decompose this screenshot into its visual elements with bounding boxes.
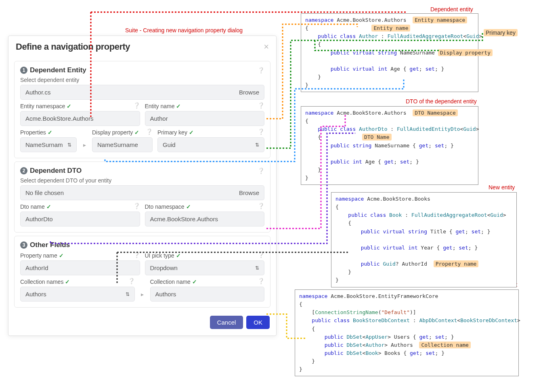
browse-button[interactable]: Browse: [239, 89, 259, 96]
section-1-title-text: Dependent Entity: [30, 66, 86, 74]
dto-name-input[interactable]: AuthorDto: [20, 212, 140, 226]
collection-name-input[interactable]: Authors: [150, 287, 265, 302]
hl-collection-name: Collection name: [419, 342, 470, 348]
check-icon: ✓: [176, 252, 181, 259]
property-name-input[interactable]: AuthorId: [20, 260, 140, 275]
entity-namespace-label: Entity namespace ✓: [20, 103, 71, 109]
hl-dto-name: DTO Name: [362, 134, 392, 140]
help-icon[interactable]: ❔: [258, 67, 264, 73]
section-3-title: 3 Other Fields: [20, 241, 70, 249]
check-icon: ✓: [186, 203, 191, 210]
help-icon[interactable]: ❔: [258, 278, 264, 284]
step-3-badge: 3: [20, 241, 27, 249]
help-icon[interactable]: ❔: [133, 102, 140, 109]
hl-entity-namespace: Entity namespace: [413, 17, 467, 23]
dependent-dto-file-value: No file chosen: [25, 189, 64, 196]
help-icon[interactable]: ❔: [258, 252, 264, 258]
ok-button[interactable]: OK: [246, 316, 270, 329]
help-icon[interactable]: ❔: [258, 128, 264, 135]
ui-pick-type-label: UI pick type ✓: [145, 252, 181, 259]
help-icon[interactable]: ❔: [128, 278, 135, 284]
code-book-entity: namespace Acme.BookStore.Books { public …: [331, 192, 517, 287]
annotation-dependent-entity: Dependent entity: [430, 6, 473, 13]
entity-namespace-input[interactable]: Acme.BookStore.Authors: [20, 111, 140, 126]
primary-key-select[interactable]: Guid⇅: [157, 137, 264, 152]
help-icon[interactable]: ❔: [258, 102, 264, 109]
property-name-label: Property name ✓: [20, 252, 64, 259]
check-icon: ✓: [48, 129, 52, 136]
primary-key-label: Primary key ✓: [157, 129, 194, 136]
code-dbcontext: namespace Acme.BookStore.EntityFramework…: [295, 289, 519, 376]
check-icon: ✓: [46, 203, 51, 210]
dependent-entity-file-input[interactable]: Author.cs Browse: [20, 85, 264, 100]
check-icon: ✓: [65, 279, 70, 285]
entity-name-label: Entity name ✓: [145, 103, 181, 109]
dialog-footer: Cancel OK: [8, 311, 276, 335]
hl-dto-namespace: DTO Namespace: [413, 109, 458, 116]
help-icon[interactable]: ❔: [146, 128, 153, 135]
help-icon[interactable]: ❔: [133, 252, 140, 258]
ui-pick-type-select[interactable]: Dropdown⇅: [145, 260, 265, 275]
check-icon: ✓: [192, 279, 197, 285]
help-icon[interactable]: ❔: [258, 168, 264, 174]
check-icon: ✓: [134, 129, 139, 136]
code-author-dto: namespace Acme.BookStore.Authors DTO Nam…: [301, 106, 478, 185]
sort-icon: ⇅: [255, 265, 259, 271]
check-icon: ✓: [59, 252, 64, 259]
step-2-badge: 2: [20, 167, 27, 174]
section-dependent-dto: 2 Dependent DTO ❔ Select dependent DTO o…: [14, 161, 270, 233]
annotation-new-entity: New entity: [488, 184, 515, 191]
navigation-property-dialog: Define a navigation property × 1 Depende…: [8, 36, 277, 336]
section-1-title: 1 Dependent Entity: [20, 66, 86, 74]
arrow-right-icon: ▸: [140, 291, 145, 302]
sort-icon: ⇅: [67, 142, 71, 148]
check-icon: ✓: [67, 103, 71, 109]
arrow-right-icon: ▸: [82, 142, 87, 152]
section-2-title: 2 Dependent DTO: [20, 167, 82, 175]
hl-entity-name: Entity name: [371, 25, 410, 31]
collection-names-label: Collection names ✓: [20, 279, 70, 285]
hl-property-name: Property name: [434, 260, 479, 267]
section-2-title-text: Dependent DTO: [30, 167, 82, 175]
dependent-entity-file-value: Author.cs: [25, 89, 51, 96]
dto-name-label: Dto name ✓: [20, 203, 51, 210]
collection-names-select[interactable]: Authors⇅: [20, 287, 135, 302]
browse-button[interactable]: Browse: [239, 189, 259, 196]
section-other-fields: 3 Other Fields Property name ✓❔ AuthorId…: [14, 236, 270, 308]
cancel-button[interactable]: Cancel: [210, 316, 243, 329]
hl-primary-key: Primary key: [484, 29, 518, 36]
check-icon: ✓: [176, 103, 181, 109]
display-property-input[interactable]: NameSurname: [92, 137, 153, 152]
code-author-entity: namespace Acme.BookStore.Authors Entity …: [301, 13, 478, 92]
sort-icon: ⇅: [126, 291, 130, 297]
annotation-dialog-caption: Suite - Creating new navigation property…: [125, 27, 243, 34]
entity-name-input[interactable]: Author: [145, 111, 265, 126]
properties-label: Properties ✓: [20, 129, 52, 136]
display-property-label: Display property ✓: [92, 129, 139, 136]
select-dependent-entity-label: Select dependent entity: [20, 77, 264, 83]
dto-namespace-input[interactable]: Acme.BookStore.Authors: [145, 212, 265, 226]
dependent-dto-file-input[interactable]: No file chosen Browse: [20, 185, 264, 200]
sort-icon: ⇅: [255, 142, 259, 148]
select-dependent-dto-label: Select dependent DTO of your entity: [20, 177, 264, 184]
hl-display-property: Display property: [438, 49, 493, 56]
check-icon: ✓: [189, 129, 194, 136]
collection-name-label: Collection name ✓: [150, 279, 197, 285]
dialog-header: Define a navigation property ×: [8, 36, 276, 58]
dialog-title: Define a navigation property: [16, 42, 130, 52]
close-icon[interactable]: ×: [264, 42, 269, 52]
properties-select[interactable]: NameSurnam⇅: [20, 137, 77, 152]
help-icon[interactable]: ❔: [133, 203, 140, 209]
step-1-badge: 1: [20, 67, 27, 74]
dto-namespace-label: Dto namespace ✓: [145, 203, 191, 210]
annotation-dto-dependent: DTO of the dependent entity: [406, 98, 477, 105]
help-icon[interactable]: ❔: [258, 203, 264, 209]
section-3-title-text: Other Fields: [30, 241, 70, 249]
section-dependent-entity: 1 Dependent Entity ❔ Select dependent en…: [14, 61, 270, 158]
